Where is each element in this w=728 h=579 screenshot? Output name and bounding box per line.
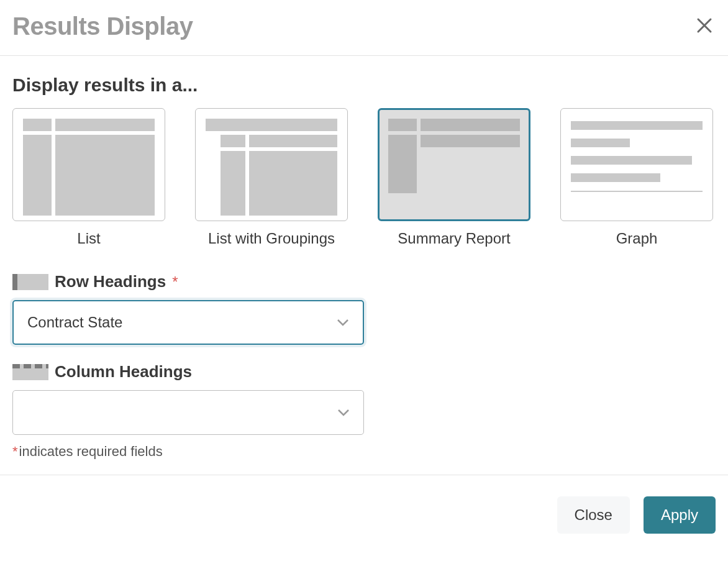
option-summary-report-thumbnail — [378, 108, 530, 221]
row-headings-select[interactable]: Contract State — [12, 300, 364, 345]
close-button[interactable]: Close — [557, 496, 630, 534]
row-headings-label: Row Headings — [55, 272, 166, 291]
option-summary-report[interactable]: Summary Report — [378, 108, 530, 247]
column-headings-header: Column Headings — [12, 362, 716, 381]
footnote-text: indicates required fields — [19, 444, 163, 459]
option-list[interactable]: List — [12, 108, 165, 247]
column-headings-label: Column Headings — [55, 362, 192, 381]
required-asterisk: * — [172, 273, 178, 291]
dialog-header: Results Display — [0, 0, 728, 56]
option-list-label: List — [77, 230, 100, 247]
dialog-body: Display results in a... List — [0, 56, 728, 475]
row-headings-header: Row Headings* — [12, 272, 716, 291]
column-headings-select[interactable] — [12, 390, 364, 435]
column-headings-icon — [12, 364, 48, 380]
required-footnote: *indicates required fields — [12, 444, 716, 460]
close-icon[interactable] — [693, 14, 716, 40]
chevron-down-icon — [337, 409, 350, 416]
dialog-title: Results Display — [12, 12, 193, 40]
option-list-thumbnail — [12, 108, 165, 221]
option-list-groupings[interactable]: List with Groupings — [195, 108, 348, 247]
display-option-row: List List with Groupings — [12, 108, 716, 247]
option-list-groupings-thumbnail — [195, 108, 348, 221]
chevron-down-icon — [337, 319, 349, 326]
option-graph-thumbnail — [560, 108, 713, 221]
row-headings-icon — [12, 274, 48, 290]
option-list-groupings-label: List with Groupings — [208, 230, 335, 247]
dialog-footer: Close Apply — [0, 475, 728, 545]
apply-button[interactable]: Apply — [644, 496, 716, 534]
footnote-asterisk: * — [12, 444, 18, 459]
option-graph-label: Graph — [616, 230, 658, 247]
option-summary-report-label: Summary Report — [398, 230, 510, 247]
row-headings-value: Contract State — [27, 314, 122, 331]
section-title: Display results in a... — [12, 75, 716, 96]
option-graph[interactable]: Graph — [560, 108, 713, 247]
